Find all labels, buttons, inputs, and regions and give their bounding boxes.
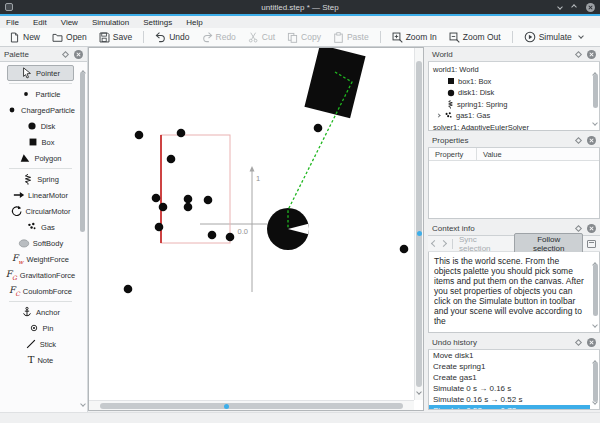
palette-item-spring[interactable]: Spring <box>3 171 78 187</box>
gas-particle[interactable] <box>184 203 193 212</box>
palette-item-pointer[interactable]: Pointer <box>7 65 74 81</box>
minimize-icon[interactable] <box>557 4 563 10</box>
undo-item[interactable]: Simulate 0 s → 0.16 s <box>429 383 590 394</box>
palette-separator <box>9 168 72 169</box>
close-icon[interactable] <box>586 3 595 12</box>
gas-particle[interactable] <box>177 129 186 138</box>
palette-item-stick[interactable]: Stick <box>3 336 78 352</box>
palette-scrollbar[interactable] <box>80 66 85 400</box>
cut-button: Cut <box>243 30 280 45</box>
hscroll-center-dot <box>224 404 229 409</box>
paste-button: Paste <box>328 30 374 45</box>
canvas-hscrollbar[interactable] <box>89 400 414 410</box>
zoom-out-button[interactable]: Zoom Out <box>444 30 506 45</box>
weight-force-icon: Fw <box>12 254 23 265</box>
save-button[interactable]: Save <box>94 30 137 45</box>
menu-view[interactable]: View <box>61 18 78 27</box>
maximize-icon[interactable] <box>571 4 577 10</box>
palette-item-box[interactable]: Box <box>3 134 78 150</box>
new-button[interactable]: New <box>4 30 45 45</box>
tree-item-solver1[interactable]: solver1: AdaptiveEulerSolver <box>429 122 589 132</box>
gas-particle[interactable] <box>124 285 133 294</box>
undo-history-title: Undo history <box>432 338 477 347</box>
palette-item-charged-particle[interactable]: ChargedParticle <box>3 102 78 118</box>
gas-particle[interactable] <box>314 124 323 133</box>
coulomb-force-icon: FC <box>9 286 20 297</box>
gas-particles-group <box>124 124 409 294</box>
palette-item-coulomb-force[interactable]: FC CoulombForce <box>3 283 78 299</box>
disk-icon <box>447 89 455 97</box>
close-panel-icon[interactable] <box>587 136 596 145</box>
palette-item-gravitation-force[interactable]: FG GravitationForce <box>3 267 78 283</box>
float-panel-icon[interactable] <box>575 136 582 143</box>
world-tree: world1: World box1: Box disk1: Disk <box>428 62 600 131</box>
copy-button: Copy <box>282 30 326 45</box>
gas-particle[interactable] <box>135 131 144 140</box>
gas-particle[interactable] <box>184 195 193 204</box>
undo-item-selected[interactable]: Simulate 0.52 s → 0.72 s <box>429 405 590 410</box>
gas-particle[interactable] <box>208 231 217 240</box>
close-panel-icon[interactable] <box>587 224 596 233</box>
close-panel-icon[interactable] <box>587 338 596 347</box>
gas-particle[interactable] <box>226 233 235 242</box>
palette-item-softbody[interactable]: SoftBody <box>3 235 78 251</box>
tree-item-box1[interactable]: box1: Box <box>429 76 589 88</box>
column-property[interactable]: Property <box>429 148 477 160</box>
palette-item-circular-motor[interactable]: CircularMotor <box>3 203 78 219</box>
float-panel-icon[interactable] <box>575 224 582 231</box>
gas-particle[interactable] <box>167 155 176 164</box>
simulate-dropdown-icon[interactable] <box>578 33 584 39</box>
palette-item-weight-force[interactable]: Fw WeightForce <box>3 251 78 267</box>
menu-simulation[interactable]: Simulation <box>92 18 129 27</box>
gas-particle[interactable] <box>400 245 409 254</box>
float-panel-icon[interactable] <box>62 50 69 57</box>
sync-selection-button: Sync selection <box>459 235 510 253</box>
gas1-region[interactable] <box>161 135 230 243</box>
undo-button[interactable]: Undo <box>150 30 194 45</box>
detach-icon[interactable] <box>587 240 596 248</box>
tree-item-disk1[interactable]: disk1: Disk <box>429 87 589 99</box>
zoom-in-button[interactable]: Zoom In <box>387 30 442 45</box>
close-panel-icon[interactable] <box>587 50 596 59</box>
tree-item-world1[interactable]: world1: World <box>429 64 589 76</box>
float-panel-icon[interactable] <box>575 338 582 345</box>
gas-particle[interactable] <box>159 203 168 212</box>
simulate-button[interactable]: Simulate <box>519 29 588 45</box>
gas-particle[interactable] <box>155 223 164 232</box>
box1-shape[interactable] <box>304 48 365 118</box>
palette-item-gas[interactable]: Gas <box>3 219 78 235</box>
toolbar-separator <box>143 31 144 43</box>
polygon-icon <box>19 152 31 164</box>
undo-item[interactable]: Create gas1 <box>429 372 590 383</box>
float-panel-icon[interactable] <box>575 50 582 57</box>
undo-item[interactable]: Simulate 0.16 s → 0.52 s <box>429 394 590 405</box>
save-icon <box>99 32 110 43</box>
palette-body: Pointer Particle ChargedParticle Disk <box>0 62 87 412</box>
column-value[interactable]: Value <box>477 150 502 159</box>
palette-item-pin[interactable]: Pin <box>3 320 78 336</box>
menu-settings[interactable]: Settings <box>143 18 172 27</box>
redo-icon <box>202 32 213 43</box>
gas-particle[interactable] <box>152 194 161 203</box>
undo-item[interactable]: Create spring1 <box>429 361 590 372</box>
close-panel-icon[interactable] <box>74 50 83 59</box>
palette-item-particle[interactable]: Particle <box>3 86 78 102</box>
menu-help[interactable]: Help <box>186 18 202 27</box>
gas-particle[interactable] <box>204 196 213 205</box>
menu-edit[interactable]: Edit <box>33 18 47 27</box>
canvas-scroll-down-icon <box>416 389 422 395</box>
tree-item-gas1[interactable]: gas1: Gas <box>429 110 589 122</box>
canvas-vscrollbar[interactable] <box>414 48 423 400</box>
undo-item[interactable]: Move disk1 <box>429 350 590 361</box>
tree-item-spring1[interactable]: spring1: Spring <box>429 99 589 111</box>
menu-file[interactable]: File <box>6 18 19 27</box>
world-canvas[interactable]: 1 0.0 <box>88 47 424 411</box>
main-area: Palette Pointer Particle ChargedParticle <box>0 47 600 412</box>
open-button[interactable]: Open <box>47 30 92 45</box>
palette-item-polygon[interactable]: Polygon <box>3 150 78 166</box>
palette-item-linear-motor[interactable]: LinearMotor <box>3 187 78 203</box>
expander-icon[interactable] <box>436 114 440 118</box>
palette-item-disk[interactable]: Disk <box>3 118 78 134</box>
palette-item-anchor[interactable]: Anchor <box>3 304 78 320</box>
palette-item-note[interactable]: T Note <box>3 352 78 368</box>
